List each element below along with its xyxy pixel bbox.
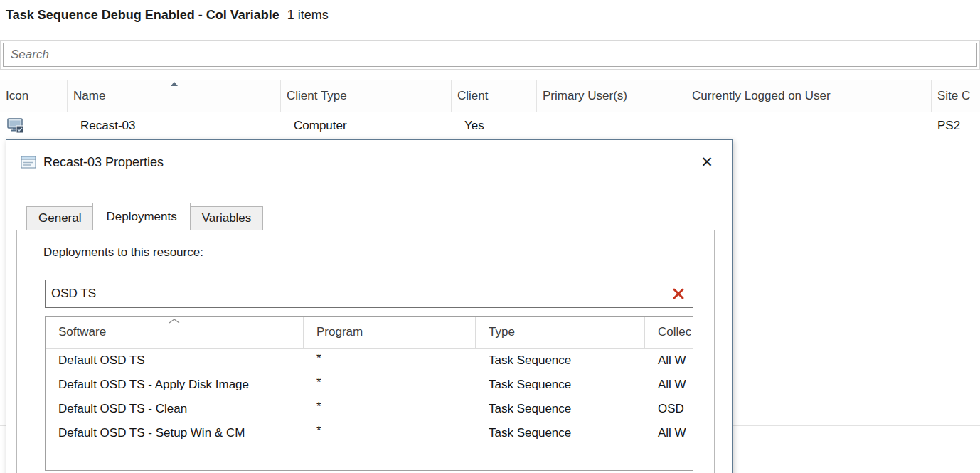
page-title-text: Task Sequence Debug Enabled - Col Variab…	[6, 8, 279, 22]
column-header-primary-users[interactable]: Primary User(s)	[537, 80, 686, 112]
tab-general-label: General	[38, 211, 81, 225]
column-header-logged-on-user-label: Currently Logged on User	[692, 89, 831, 103]
column-header-program-label: Program	[316, 325, 363, 339]
clear-filter-icon[interactable]	[671, 287, 686, 301]
deployment-row[interactable]: Default OSD TS * Task Sequence All W	[46, 349, 693, 373]
deployment-type: Task Sequence	[476, 421, 645, 445]
tab-deployments-label: Deployments	[106, 210, 176, 224]
device-list-header: Icon Name Client Type Client Primary Use…	[0, 80, 980, 112]
column-header-site-code-label: Site C	[937, 89, 970, 103]
deployments-list: Software Program Type Collec Default OSD…	[45, 316, 693, 471]
deployment-software: Default OSD TS - Clean	[46, 397, 304, 421]
column-header-client-type-label: Client Type	[287, 89, 347, 103]
device-site-code: PS2	[932, 112, 980, 139]
properties-window-icon	[21, 156, 36, 169]
tab-general[interactable]: General	[26, 206, 93, 230]
deployment-software: Default OSD TS - Setup Win & CM	[46, 421, 304, 445]
column-header-name[interactable]: Name	[68, 80, 281, 112]
dialog-titlebar[interactable]: Recast-03 Properties	[6, 140, 732, 184]
deployments-label: Deployments to this resource:	[43, 245, 203, 260]
deployments-list-header: Software Program Type Collec	[46, 317, 693, 349]
deployment-software: Default OSD TS	[46, 349, 304, 373]
dialog-tabs: General Deployments Variables	[26, 203, 262, 230]
properties-dialog: Recast-03 Properties ✕ General Deploymen…	[6, 139, 733, 473]
column-header-software-label: Software	[58, 325, 106, 339]
column-header-client-label: Client	[457, 89, 488, 103]
column-header-collection[interactable]: Collec	[645, 317, 693, 348]
device-logged-on-user	[686, 112, 932, 139]
search-bar	[0, 40, 980, 70]
column-header-type[interactable]: Type	[476, 317, 645, 348]
deployment-collection: All W	[645, 373, 693, 397]
device-row[interactable]: Recast-03 Computer Yes PS2	[0, 112, 980, 139]
device-icon-cell	[0, 112, 68, 139]
column-header-logged-on-user[interactable]: Currently Logged on User	[686, 80, 932, 112]
column-header-collection-label: Collec	[658, 325, 691, 339]
deployment-program: *	[304, 421, 476, 445]
text-caret	[97, 287, 97, 302]
computer-icon	[7, 118, 24, 134]
column-header-icon[interactable]: Icon	[0, 80, 68, 112]
device-name: Recast-03	[68, 112, 281, 139]
tab-deployments[interactable]: Deployments	[92, 203, 190, 230]
deployment-collection: OSD	[645, 397, 693, 421]
device-client-type: Computer	[281, 112, 452, 139]
deployment-program: *	[304, 373, 476, 397]
column-header-primary-users-label: Primary User(s)	[543, 89, 627, 103]
deployments-filter-input[interactable]: OSD TS	[45, 280, 693, 308]
deployment-row[interactable]: Default OSD TS - Clean * Task Sequence O…	[46, 397, 693, 421]
search-input[interactable]	[3, 43, 977, 67]
close-icon[interactable]: ✕	[696, 152, 718, 173]
column-header-site-code[interactable]: Site C	[932, 80, 980, 112]
deployment-type: Task Sequence	[476, 397, 645, 421]
deployment-row[interactable]: Default OSD TS - Setup Win & CM * Task S…	[46, 421, 693, 445]
sort-ascending-icon	[171, 82, 178, 86]
tab-variables[interactable]: Variables	[190, 206, 264, 230]
deployment-row[interactable]: Default OSD TS - Apply Disk Image * Task…	[46, 373, 693, 397]
deployment-software: Default OSD TS - Apply Disk Image	[46, 373, 304, 397]
column-header-icon-label: Icon	[6, 89, 28, 103]
deployment-collection: All W	[645, 349, 693, 373]
deployment-program: *	[304, 349, 476, 373]
deployment-collection: All W	[645, 421, 693, 445]
column-header-program[interactable]: Program	[304, 317, 476, 348]
device-client: Yes	[452, 112, 537, 139]
deployment-program: *	[304, 397, 476, 421]
column-header-client-type[interactable]: Client Type	[281, 80, 452, 112]
item-count: 1 items	[287, 8, 329, 22]
column-header-client[interactable]: Client	[452, 80, 537, 112]
filter-text: OSD TS	[51, 287, 96, 301]
deployment-type: Task Sequence	[476, 349, 645, 373]
column-header-name-label: Name	[73, 89, 105, 103]
device-primary-users	[537, 112, 686, 139]
dialog-title: Recast-03 Properties	[43, 155, 164, 170]
column-header-software[interactable]: Software	[46, 317, 304, 348]
sort-ascending-chevron-icon	[169, 319, 180, 324]
page-title: Task Sequence Debug Enabled - Col Variab…	[6, 8, 329, 23]
column-header-type-label: Type	[489, 325, 515, 339]
deployment-type: Task Sequence	[476, 373, 645, 397]
tab-variables-label: Variables	[202, 211, 252, 225]
